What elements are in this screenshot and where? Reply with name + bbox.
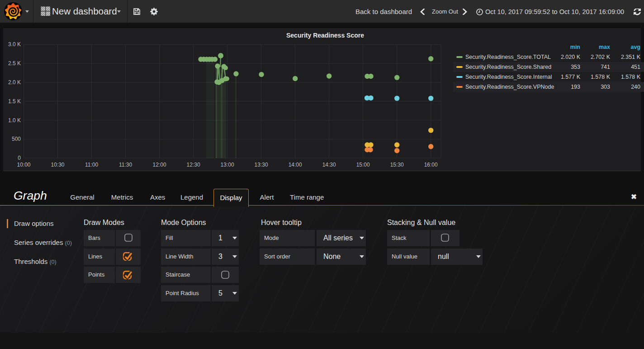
svg-text:11:00: 11:00 (85, 162, 98, 168)
svg-text:11:30: 11:30 (119, 162, 132, 168)
svg-text:16:00: 16:00 (424, 162, 438, 168)
svg-text:15:30: 15:30 (390, 162, 404, 168)
svg-text:2.0 K: 2.0 K (8, 79, 21, 86)
svg-text:500: 500 (12, 136, 21, 142)
svg-text:12:00: 12:00 (153, 162, 166, 168)
svg-text:1.5 K: 1.5 K (8, 98, 21, 105)
svg-text:10:30: 10:30 (51, 162, 64, 168)
svg-text:2.5 K: 2.5 K (8, 60, 21, 67)
svg-text:14:00: 14:00 (289, 162, 302, 168)
svg-text:14:30: 14:30 (322, 162, 336, 168)
svg-text:15:00: 15:00 (356, 162, 370, 168)
svg-text:13:00: 13:00 (221, 162, 234, 168)
svg-text:3.0 K: 3.0 K (8, 41, 21, 48)
svg-text:1.0 K: 1.0 K (8, 117, 21, 124)
svg-text:10:00: 10:00 (17, 162, 30, 168)
svg-text:12:30: 12:30 (187, 162, 200, 168)
svg-text:0: 0 (18, 155, 21, 161)
svg-text:13:30: 13:30 (255, 162, 268, 168)
